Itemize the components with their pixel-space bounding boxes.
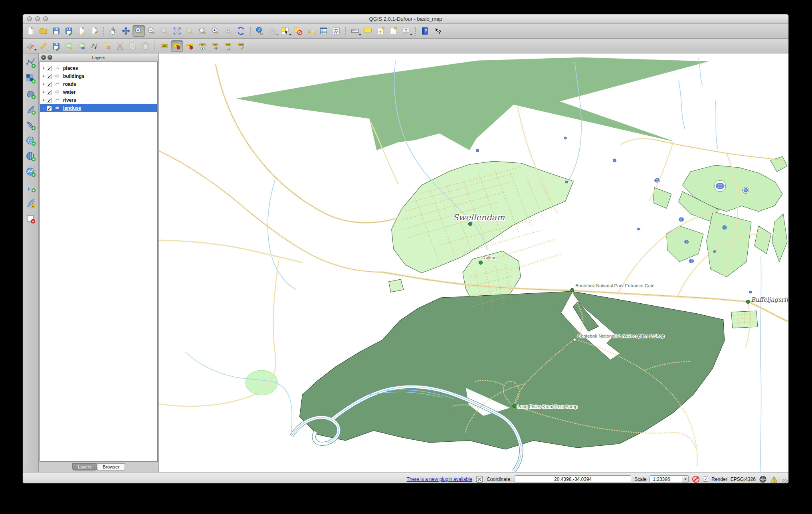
highlight-pinned-labels-button[interactable] <box>184 40 196 52</box>
crs-status-icon[interactable] <box>759 475 767 483</box>
delete-selected-button[interactable] <box>101 40 113 52</box>
toggle-editing-button[interactable] <box>37 40 50 52</box>
add-raster-layer-button[interactable] <box>25 73 36 84</box>
layer-visibility-checkbox[interactable]: ✓ <box>47 74 52 79</box>
layer-visibility-checkbox[interactable]: ✓ <box>47 98 52 103</box>
close-window-button[interactable] <box>27 16 32 21</box>
move-label-button[interactable] <box>209 40 222 52</box>
add-spatialite-layer-button[interactable] <box>25 104 36 115</box>
zoom-last-button[interactable] <box>209 25 222 37</box>
scale-dropdown-icon[interactable] <box>682 476 688 482</box>
map-canvas[interactable]: Swellendam Railton Bontebok National Par… <box>158 53 788 472</box>
minimize-window-button[interactable] <box>35 16 40 21</box>
layer-visibility-checkbox[interactable]: ✓ <box>47 106 52 111</box>
whats-this-button[interactable] <box>432 25 444 37</box>
select-features-button[interactable] <box>279 25 291 37</box>
new-bookmark-button[interactable] <box>374 25 387 37</box>
pan-map-button[interactable] <box>107 25 119 37</box>
add-feature-button[interactable] <box>63 40 75 52</box>
toolbar-separator <box>345 27 346 36</box>
log-messages-icon[interactable]: ! <box>770 475 778 483</box>
zoom-in-button[interactable] <box>133 25 145 37</box>
new-spatialite-layer-button[interactable] <box>25 198 36 209</box>
run-feature-action-button[interactable] <box>266 25 279 37</box>
current-edits-button[interactable] <box>24 40 37 52</box>
expander-icon[interactable] <box>43 83 45 86</box>
new-project-button[interactable] <box>24 25 37 37</box>
change-label-properties-button[interactable] <box>235 40 247 52</box>
zoom-window-button[interactable] <box>43 16 48 21</box>
layer-row-roads[interactable]: ✓roads <box>40 80 157 88</box>
move-feature-button[interactable] <box>75 40 88 52</box>
add-wcs-layer-button[interactable] <box>25 151 36 162</box>
layer-row-buildings[interactable]: ✓buildings <box>40 72 157 80</box>
zoom-out-button[interactable] <box>145 25 158 37</box>
layer-row-landuse[interactable]: ✓landuse <box>40 104 157 112</box>
small-urban-polygon <box>389 279 404 292</box>
layer-visibility-checkbox[interactable]: ✓ <box>47 82 52 87</box>
zoom-next-button[interactable] <box>222 25 234 37</box>
plugin-icon[interactable] <box>475 475 483 483</box>
add-mssql-layer-button[interactable] <box>25 120 36 131</box>
open-project-button[interactable] <box>37 25 50 37</box>
paste-features-button[interactable] <box>139 40 152 52</box>
zoom-to-selection-button[interactable] <box>184 25 196 37</box>
panel-detach-icon[interactable]: □ <box>48 55 52 60</box>
identify-features-button[interactable] <box>254 25 266 37</box>
layer-row-places[interactable]: ✓places <box>40 64 157 72</box>
save-layer-edits-button[interactable] <box>50 40 62 52</box>
add-wms-layer-button[interactable] <box>25 135 36 146</box>
deselect-features-button[interactable] <box>292 25 304 37</box>
field-calculator-button[interactable] <box>330 25 343 37</box>
select-by-expression-button[interactable] <box>305 25 317 37</box>
cut-features-button[interactable] <box>114 40 126 52</box>
layer-visibility-checkbox[interactable]: ✓ <box>47 90 52 95</box>
copy-features-button[interactable] <box>127 40 139 52</box>
zoom-full-extent-button[interactable] <box>171 25 183 37</box>
new-plugin-link[interactable]: There is a new plugin available <box>406 476 472 482</box>
rotate-label-button[interactable] <box>222 40 234 52</box>
help-contents-button[interactable] <box>419 25 431 37</box>
node-icon <box>90 42 99 51</box>
map-tips-button[interactable] <box>362 25 374 37</box>
scale-combo[interactable]: 1:23396 <box>650 475 689 483</box>
zoom-to-layer-button[interactable] <box>196 25 209 37</box>
measure-line-button[interactable] <box>349 25 361 37</box>
render-checkbox[interactable]: ✓ <box>703 476 708 482</box>
layer-visibility-checkbox[interactable]: ✓ <box>47 66 52 71</box>
hand-icon <box>109 26 118 36</box>
zoom-actual-size-button[interactable] <box>158 25 170 37</box>
refresh-map-button[interactable] <box>235 25 247 37</box>
panel-tab-browser[interactable]: Browser <box>97 463 125 471</box>
layer-row-water[interactable]: ✓water <box>40 88 157 96</box>
expander-icon[interactable] <box>43 107 45 110</box>
resize-grip[interactable] <box>782 479 788 484</box>
coordinate-input[interactable]: 20.4398,-34.0394 <box>515 475 631 483</box>
panel-close-icon[interactable]: × <box>41 55 46 60</box>
text-annotation-button[interactable] <box>400 25 412 37</box>
composer-manager-button[interactable] <box>88 25 101 37</box>
expander-icon[interactable] <box>43 91 45 94</box>
show-bookmarks-button[interactable] <box>387 25 400 37</box>
panel-tab-layers[interactable]: Layers <box>72 463 97 471</box>
titlebar[interactable]: QGIS 2.0.1-Dufour - basic_map <box>23 14 788 24</box>
save-project-button[interactable] <box>50 25 62 37</box>
add-delimited-text-layer-button[interactable] <box>25 182 36 193</box>
new-print-composer-button[interactable] <box>75 25 88 37</box>
add-postgis-layer-button[interactable] <box>25 89 36 100</box>
node-tool-button[interactable] <box>88 40 101 52</box>
add-vector-layer-button[interactable] <box>25 57 36 69</box>
expander-icon[interactable] <box>43 67 45 70</box>
layer-row-rivers[interactable]: ✓rivers <box>40 96 157 104</box>
stop-rendering-icon[interactable] <box>692 475 700 483</box>
save-project-as-button[interactable] <box>63 25 75 37</box>
expander-icon[interactable] <box>43 75 45 78</box>
add-wfs-layer-button[interactable] <box>25 166 36 178</box>
pan-to-selection-button[interactable] <box>120 25 132 37</box>
open-attribute-table-button[interactable] <box>317 25 330 37</box>
show-hide-labels-button[interactable] <box>196 40 209 52</box>
new-shapefile-layer-button[interactable] <box>25 213 36 224</box>
layer-labeling-options-button[interactable] <box>158 40 170 52</box>
expander-icon[interactable] <box>43 99 45 102</box>
pin-unpin-labels-button[interactable] <box>171 40 183 52</box>
